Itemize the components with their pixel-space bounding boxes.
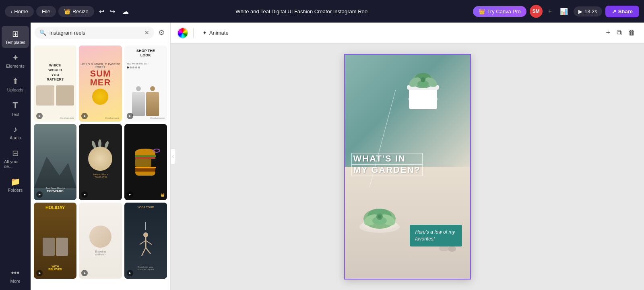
duration-badge: ▶ 13.2s <box>574 6 602 17</box>
template-card-6[interactable]: ▶ 👑 <box>124 124 167 200</box>
sidebar-templates-label: Templates <box>5 40 25 45</box>
home-button[interactable]: ‹ Home <box>5 6 34 17</box>
sidebar-uploads-label: Uploads <box>7 87 23 92</box>
sidebar-audio-label: Audio <box>10 135 21 140</box>
try-canva-pro-button[interactable]: 👑 Try Canva Pro <box>473 6 526 17</box>
template-card-1[interactable]: WHICHWOULDYOURATHER? ▶ @reallygreatsite <box>34 46 76 122</box>
add-to-canvas-button[interactable]: + <box>604 27 612 39</box>
sidebar-item-folders[interactable]: 📁 Folders <box>2 174 29 196</box>
text-icon: T <box>12 100 18 111</box>
svg-line-3 <box>140 240 146 244</box>
plant-bottom-container <box>357 193 402 238</box>
file-button[interactable]: File <box>36 6 56 17</box>
card1-watermark: @reallygreatsite <box>60 117 74 119</box>
add-collaborator-button[interactable]: + <box>546 5 554 17</box>
svg-point-15 <box>421 77 425 82</box>
sidebar-more-label: More <box>10 279 20 284</box>
audio-icon: ♪ <box>13 125 17 134</box>
analytics-button[interactable]: 📊 <box>557 5 570 18</box>
card9-play-button[interactable]: ▶ <box>127 270 133 276</box>
home-label: Home <box>14 8 28 14</box>
duplicate-button[interactable]: ⧉ <box>615 27 624 39</box>
template-card-2[interactable]: HELLO SUMMER, PLEASE BE SWEET SUMMER ▶ @… <box>79 46 122 122</box>
sidebar-item-templates[interactable]: ⊞ Templates <box>2 26 29 48</box>
sidebar-text-label: Text <box>11 112 19 117</box>
template-card-4[interactable]: Just Keep Moving Forward ▶ <box>34 124 76 200</box>
hide-panel-button[interactable]: ‹ <box>170 148 176 164</box>
sidebar-item-elements[interactable]: ✦ Elements <box>2 50 29 72</box>
undo-icon: ↩ <box>99 8 104 15</box>
more-icon: ••• <box>11 268 19 278</box>
user-avatar-button[interactable]: SM <box>530 5 543 18</box>
plus-icon: + <box>548 8 552 15</box>
sidebar-folders-label: Folders <box>8 188 23 193</box>
card1-play-button[interactable]: ▶ <box>36 113 43 119</box>
sidebar-item-text[interactable]: T Text <box>2 97 29 120</box>
search-icon: 🔍 <box>39 29 46 36</box>
canvas-toolbar: ✦ Animate + ⧉ 🗑 <box>171 23 644 44</box>
card2-play-button[interactable]: ▶ <box>81 113 88 119</box>
document-title: White and Teal Digital UI Fashion Creato… <box>134 8 470 14</box>
sidebar-item-audio[interactable]: ♪ Audio <box>2 122 29 143</box>
filter-button[interactable]: ⚙ <box>157 27 166 39</box>
chart-icon: 📊 <box>560 8 568 15</box>
yoga-figure-svg <box>138 232 154 260</box>
template-card-8[interactable]: Enjoyingmakeup ▶ <box>79 203 122 279</box>
redo-button[interactable]: ↪ <box>107 5 118 18</box>
template-card-7[interactable]: HOLIDAY WITHBELOVED ▶ <box>34 203 76 279</box>
color-picker-button[interactable] <box>177 27 188 39</box>
card3-dots <box>127 66 140 68</box>
all-designs-icon: ⊟ <box>12 148 19 158</box>
topbar-left: ‹ Home File 👑 Resize ↩ ↪ ☁ <box>5 5 131 18</box>
card8-photo <box>89 226 111 248</box>
sidebar-item-all-designs[interactable]: ⊟ All your de... <box>2 145 29 172</box>
svg-marker-0 <box>34 156 76 188</box>
topbar: ‹ Home File 👑 Resize ↩ ↪ ☁ White and Tea… <box>0 0 644 23</box>
search-input[interactable] <box>50 30 141 36</box>
templates-icon: ⊞ <box>12 29 19 39</box>
template-card-9[interactable]: YOGA TOUR Reach for yoursummer dream ▶ <box>124 203 167 279</box>
undo-button[interactable]: ↩ <box>97 5 107 18</box>
delete-button[interactable]: 🗑 <box>626 27 638 39</box>
topbar-right: 👑 Try Canva Pro SM + 📊 ▶ 13.2s ↗ Share <box>473 5 639 18</box>
mountain-svg <box>34 150 76 188</box>
animate-label: Animate <box>209 30 229 36</box>
card9-divider <box>145 222 146 230</box>
card2-subtitle: HELLO SUMMER, PLEASE BE SWEET <box>79 63 122 68</box>
share-button[interactable]: ↗ Share <box>605 6 639 17</box>
card8-play-button[interactable]: ▶ <box>81 270 88 276</box>
card6-crown: 👑 <box>161 191 165 198</box>
card3-play-button[interactable]: ▶ <box>127 113 133 119</box>
template-card-5[interactable]: Juliana Silva'sFlower Shop ▶ <box>79 124 122 200</box>
template-card-3[interactable]: SHOP THELOOK 2022 WARDROBE EDIT <box>124 46 167 122</box>
card7-play-button[interactable]: ▶ <box>36 270 43 276</box>
main-layout: ⊞ Templates ✦ Elements ⬆ Uploads T Text … <box>0 23 644 290</box>
undo-redo-group: ↩ ↪ <box>97 5 118 18</box>
cloud-save-button[interactable]: ☁ <box>120 5 131 18</box>
card1-text: WHICHWOULDYOURATHER? <box>47 63 64 81</box>
animate-button[interactable]: ✦ Animate <box>198 27 233 38</box>
templates-grid: WHICHWOULDYOURATHER? ▶ @reallygreatsite … <box>31 42 170 290</box>
card5-play-button[interactable]: ▶ <box>81 191 88 198</box>
elements-icon: ✦ <box>12 53 19 62</box>
templates-panel: 🔍 ✕ ⚙ WHICHWOULDYOURATHER? ▶ @re <box>31 23 171 290</box>
search-input-wrap: 🔍 ✕ <box>35 27 154 39</box>
sidebar-item-uploads[interactable]: ⬆ Uploads <box>2 73 29 95</box>
clear-search-button[interactable]: ✕ <box>144 29 149 36</box>
play-icon: ▶ <box>578 8 582 14</box>
canvas-cta-box: Here's a few of my favorites! <box>410 225 462 246</box>
resize-button[interactable]: 👑 Resize <box>58 6 94 17</box>
share-icon: ↗ <box>612 8 616 14</box>
card4-play-button[interactable]: ▶ <box>36 191 43 198</box>
card3-subtitle: 2022 WARDROBE EDIT <box>127 62 149 65</box>
card2-text: SUMMER <box>90 69 111 87</box>
card7-title: HOLIDAY <box>35 205 75 210</box>
succulent-bottom-svg <box>357 193 402 237</box>
card2-watermark: @reallygreatsite <box>105 117 119 119</box>
card3-title: SHOP THELOOK <box>126 49 165 58</box>
sidebar-item-more[interactable]: ••• More <box>2 265 29 287</box>
card6-play-button[interactable]: ▶ <box>127 191 133 198</box>
design-canvas[interactable]: WHAT'S IN MY GARDEN? <box>344 54 471 280</box>
animate-icon: ✦ <box>202 30 207 36</box>
svg-rect-8 <box>409 87 437 109</box>
